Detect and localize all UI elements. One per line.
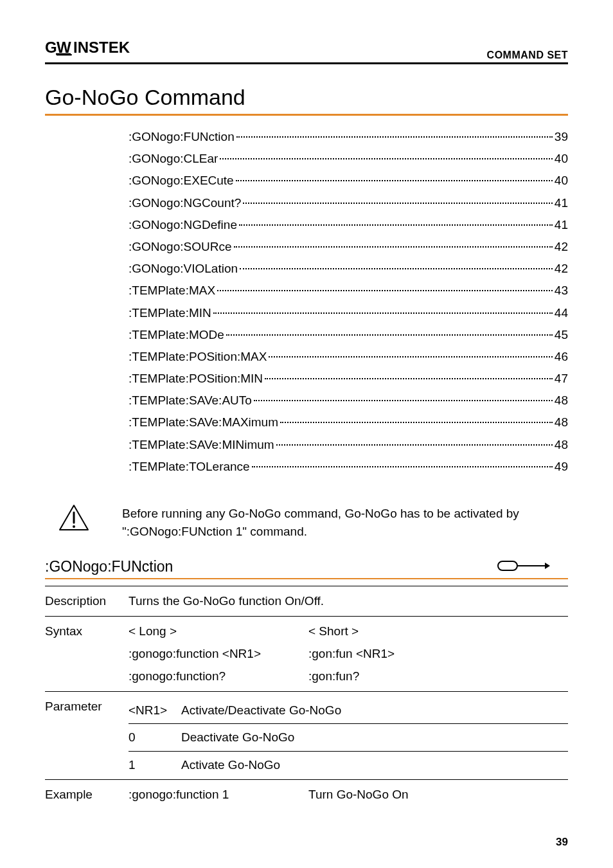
toc-leader	[213, 312, 553, 314]
toc-leader	[269, 356, 552, 357]
definition-table: Description Turns the Go-NoGo function O…	[45, 586, 568, 809]
syntax-long-line: :gonogo:function <NR1>	[129, 644, 308, 663]
toc-label: :GONogo:SOURce	[129, 236, 232, 258]
svg-rect-7	[498, 561, 517, 570]
toc-page: 48	[555, 411, 568, 433]
svg-point-6	[73, 525, 75, 528]
toc-page: 41	[555, 214, 568, 236]
page-header: G W INSTEK COMMAND SET	[45, 39, 568, 64]
toc-label: :TEMPlate:SAVe:MINimum	[129, 434, 274, 456]
svg-marker-9	[545, 563, 550, 569]
description-text: Turns the Go-NoGo function On/Off.	[129, 592, 568, 610]
toc-label: :GONogo:NGCount?	[129, 192, 241, 214]
toc-label: :TEMPlate:MAX	[129, 280, 215, 302]
toc-page: 45	[555, 324, 568, 346]
svg-text:G: G	[45, 39, 58, 56]
toc-page: 46	[555, 346, 568, 368]
header-section-title: COMMAND SET	[487, 50, 568, 61]
toc-label: :GONogo:VIOLation	[129, 258, 238, 280]
syntax-short-line: :gon:fun?	[308, 667, 568, 685]
toc-row: :GONogo:CLEar40	[129, 148, 568, 170]
toc-page: 48	[555, 434, 568, 456]
syntax-long-header: < Long >	[129, 622, 308, 640]
toc-page: 41	[555, 192, 568, 214]
description-label: Description	[45, 592, 129, 610]
caution-icon	[45, 503, 103, 532]
toc-label: :GONogo:EXECute	[129, 170, 234, 192]
brand-logo: G W INSTEK	[45, 39, 141, 61]
toc-page: 40	[555, 148, 568, 170]
toc-label: :TEMPlate:POSition:MAX	[129, 346, 267, 368]
toc-page: 40	[555, 170, 568, 192]
toc-label: :TEMPlate:MODe	[129, 324, 224, 346]
toc-row: :TEMPlate:SAVe:MINimum48	[129, 434, 568, 456]
toc-row: :TEMPlate:POSition:MIN47	[129, 368, 568, 390]
toc-leader	[252, 466, 553, 467]
title-rule	[45, 114, 568, 116]
example-command: :gonogo:function 1	[129, 785, 308, 804]
toc-leader	[240, 268, 553, 269]
toc-row: :TEMPlate:MIN44	[129, 302, 568, 324]
toc-label: :TEMPlate:POSition:MIN	[129, 368, 263, 390]
toc-leader	[254, 400, 553, 401]
toc-row: :GONogo:VIOLation42	[129, 258, 568, 280]
toc-leader	[236, 180, 553, 181]
toc-row: :GONogo:FUNction39	[129, 126, 568, 148]
param-desc: Deactivate Go-NoGo	[181, 728, 294, 746]
param-code: 1	[129, 755, 181, 774]
toc-page: 48	[555, 390, 568, 411]
toc-row: :GONogo:SOURce42	[129, 236, 568, 258]
toc-leader	[243, 203, 553, 204]
command-rule	[45, 578, 568, 579]
toc-leader	[234, 246, 553, 248]
note-text: Before running any Go-NoGo command, Go-N…	[122, 503, 568, 540]
toc-leader	[265, 378, 553, 379]
page-number: 39	[556, 836, 568, 849]
example-description: Turn Go-NoGo On	[308, 785, 568, 804]
toc-row: :TEMPlate:SAVe:AUTo48	[129, 390, 568, 411]
syntax-short-header: < Short >	[308, 622, 568, 640]
syntax-long-line: :gonogo:function?	[129, 667, 308, 685]
toc-row: :TEMPlate:TOLerance49	[129, 456, 568, 478]
param-desc: Activate Go-NoGo	[181, 755, 280, 774]
toc-label: :TEMPlate:TOLerance	[129, 456, 250, 478]
toc-leader	[217, 290, 553, 291]
toc-page: 49	[555, 456, 568, 478]
warning-note: Before running any Go-NoGo command, Go-N…	[45, 503, 568, 540]
example-row: Example :gonogo:function 1 Turn Go-NoGo …	[45, 779, 568, 809]
toc-leader	[276, 444, 553, 446]
toc-leader	[280, 422, 553, 423]
toc-page: 39	[555, 126, 568, 148]
syntax-short-line: :gon:fun <NR1>	[308, 644, 568, 663]
toc-label: :GONogo:NGDefine	[129, 214, 237, 236]
toc-leader	[226, 334, 553, 336]
toc-row: :TEMPlate:MAX43	[129, 280, 568, 302]
toc-row: :TEMPlate:MODe45	[129, 324, 568, 346]
parameter-label: Parameter	[45, 697, 129, 774]
toc-row: :GONogo:EXECute40	[129, 170, 568, 192]
toc-label: :TEMPlate:MIN	[129, 302, 211, 324]
toc-page: 44	[555, 302, 568, 324]
toc-label: :TEMPlate:SAVe:MAXimum	[129, 411, 278, 433]
toc-row: :TEMPlate:SAVe:MAXimum48	[129, 411, 568, 433]
toc-page: 42	[555, 236, 568, 258]
toc-page: 47	[555, 368, 568, 390]
toc-row: :TEMPlate:POSition:MAX46	[129, 346, 568, 368]
toc-leader	[239, 224, 553, 226]
toc-leader	[236, 136, 553, 138]
svg-text:INSTEK: INSTEK	[73, 39, 130, 56]
command-heading: :GONogo:FUNction	[45, 558, 173, 575]
gwinstek-logo-icon: G W INSTEK	[45, 39, 141, 57]
param-code: 0	[129, 728, 181, 746]
toc-label: :TEMPlate:SAVe:AUTo	[129, 390, 252, 411]
set-query-icon	[497, 559, 568, 575]
param-desc: Activate/Deactivate Go-NoGo	[181, 701, 341, 719]
toc-page: 42	[555, 258, 568, 280]
toc-page: 43	[555, 280, 568, 302]
toc-label: :GONogo:FUNction	[129, 126, 235, 148]
description-row: Description Turns the Go-NoGo function O…	[45, 586, 568, 615]
parameter-row: Parameter <NR1> Activate/Deactivate Go-N…	[45, 691, 568, 779]
syntax-label: Syntax	[45, 622, 129, 686]
example-label: Example	[45, 785, 129, 804]
toc-row: :GONogo:NGCount?41	[129, 192, 568, 214]
